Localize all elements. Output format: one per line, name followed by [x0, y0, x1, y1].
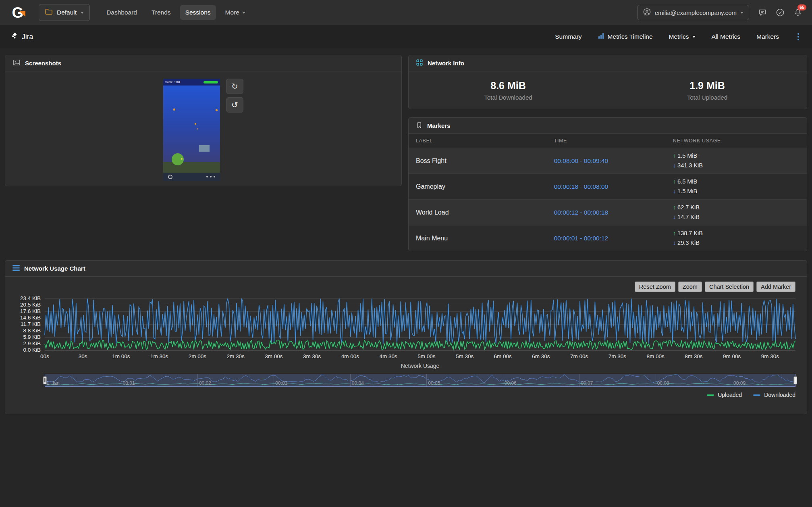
rotate-screenshot-button[interactable]: ↺	[226, 97, 243, 113]
top-row: Screenshots Score: 1184	[5, 55, 807, 251]
notifications-bell-button[interactable]: 65	[793, 8, 802, 17]
game-ground	[163, 162, 220, 173]
image-icon	[12, 58, 21, 68]
y-tick-label: 23.4 KiB	[20, 295, 41, 301]
column-network-usage: NETWORK USAGE	[673, 138, 800, 144]
y-tick-label: 11.7 KiB	[21, 321, 41, 327]
column-label: LABEL	[416, 138, 554, 144]
screenshots-panel: Screenshots Score: 1184	[5, 55, 402, 186]
navigator-right-handle[interactable]	[793, 376, 797, 384]
chevron-down-icon	[740, 12, 743, 14]
x-tick-label: 4m 30s	[379, 353, 397, 359]
nav-item-dashboard[interactable]: Dashboard	[101, 5, 142, 20]
marker-time-link[interactable]: 00:00:12 - 00:00:18	[554, 209, 673, 216]
y-tick-label: 0.0 KiB	[23, 347, 41, 353]
game-screenshot-thumbnail[interactable]: Score: 1184	[163, 79, 220, 181]
x-tick-label: 7m 00s	[570, 353, 588, 359]
nav-item-sessions[interactable]: Sessions	[180, 5, 216, 20]
x-tick-label: 8m 00s	[647, 353, 665, 359]
session-link-metrics-dropdown[interactable]: Metrics	[669, 33, 696, 40]
session-link-metrics-timeline[interactable]: Metrics Timeline	[598, 33, 653, 41]
session-link-all-metrics[interactable]: All Metrics	[712, 33, 740, 40]
x-tick-label: 3m 00s	[265, 353, 282, 359]
refresh-screenshot-button[interactable]: ↻	[226, 79, 243, 94]
marker-down-value: 341.3 KiB	[677, 162, 703, 169]
chevron-down-icon	[692, 36, 696, 38]
markers-panel: Markers LABEL TIME NETWORK USAGE Boss Fi…	[408, 117, 807, 251]
status-check-button[interactable]	[776, 8, 785, 17]
x-axis-title: Network Usage	[45, 363, 795, 369]
org-selector-label: Default	[57, 9, 77, 16]
feedback-chat-button[interactable]	[758, 8, 767, 17]
game-score-text: Score: 1184	[165, 81, 180, 83]
org-selector-dropdown[interactable]: Default	[39, 4, 90, 21]
x-tick-label: 5m 00s	[417, 353, 435, 359]
navigator-left-handle[interactable]	[43, 376, 47, 384]
chart-navigator[interactable]: 1. Jan00:0100:0200:0300:0400:0500:0600:0…	[45, 374, 795, 387]
x-tick-label: 6m 00s	[494, 353, 512, 359]
legend-item-downloaded[interactable]: Downloaded	[753, 392, 795, 398]
bar-chart-icon	[598, 33, 604, 41]
navigator-selection-overlay[interactable]	[45, 374, 795, 387]
session-link-summary[interactable]: Summary	[555, 33, 581, 40]
zoom-button[interactable]: Zoom	[678, 282, 702, 292]
chart-selection-button[interactable]: Chart Selection	[705, 282, 754, 292]
user-email: emilia@examplecompany.com	[655, 9, 737, 16]
marker-up-value: 6.5 MiB	[677, 178, 697, 185]
marker-label: Main Menu	[416, 235, 554, 242]
game-coin-dot	[173, 108, 175, 111]
table-row[interactable]: World Load 00:00:12 - 00:00:18 ↑62.7 KiB…	[409, 199, 807, 225]
kebab-menu-icon[interactable]	[795, 32, 802, 41]
nav-item-trends[interactable]: Trends	[146, 5, 176, 20]
table-row[interactable]: Main Menu 00:00:01 - 00:00:12 ↑138.7 KiB…	[409, 225, 807, 251]
session-link-metrics-timeline-label: Metrics Timeline	[608, 33, 653, 40]
up-arrow-icon: ↑	[673, 204, 676, 211]
navigator-time-label: 00:05	[426, 380, 440, 386]
refresh-icon: ↻	[231, 81, 238, 91]
x-tick-label: 1m 30s	[150, 353, 168, 359]
reset-zoom-button[interactable]: Reset Zoom	[635, 282, 675, 292]
main-content: Screenshots Score: 1184	[0, 48, 812, 414]
folder-icon	[45, 8, 53, 17]
navigator-time-label: 00:09	[732, 380, 746, 386]
game-bottom-bar	[163, 173, 220, 181]
session-link-markers[interactable]: Markers	[756, 33, 779, 40]
y-tick-label: 8.8 KiB	[23, 328, 41, 334]
legend-item-uploaded[interactable]: Uploaded	[707, 392, 742, 398]
marker-time-link[interactable]: 00:00:01 - 00:00:12	[554, 235, 673, 242]
game-progress-bar	[204, 81, 218, 83]
navigator-time-label: 00:03	[274, 380, 287, 386]
nav-item-more[interactable]: More	[220, 5, 251, 20]
column-time: TIME	[554, 138, 673, 144]
table-row[interactable]: Boss Fight 00:08:00 - 00:09:40 ↑1.5 MiB …	[409, 148, 807, 173]
marker-time-link[interactable]: 00:00:18 - 00:08:00	[554, 183, 673, 190]
up-arrow-icon: ↑	[673, 178, 676, 185]
network-info-panel: Network Info 8.6 MiB Total Downloaded 1.…	[408, 55, 807, 109]
network-usage-chart-svg[interactable]	[45, 298, 795, 350]
y-axis-labels: 23.4 KiB20.5 KiB17.6 KiB14.6 KiB11.7 KiB…	[11, 298, 45, 350]
navigator-time-label: 00:02	[197, 380, 211, 386]
user-avatar-icon	[643, 8, 651, 17]
down-arrow-icon: ↓	[673, 240, 676, 246]
marker-time-link[interactable]: 00:08:00 - 00:09:40	[554, 157, 673, 165]
add-marker-button[interactable]: Add Marker	[756, 282, 795, 292]
network-info-header: Network Info	[409, 55, 807, 71]
x-tick-label: 6m 30s	[532, 353, 550, 359]
navigator-time-label: 00:01	[121, 380, 135, 386]
user-account-dropdown[interactable]: emilia@examplecompany.com	[637, 5, 749, 20]
table-row[interactable]: Gameplay 00:00:18 - 00:08:00 ↑6.5 MiB ↓1…	[409, 173, 807, 199]
x-tick-label: 5m 30s	[456, 353, 473, 359]
screenshots-panel-title: Screenshots	[25, 60, 61, 67]
up-arrow-icon: ↑	[673, 230, 676, 236]
screenshots-body: Score: 1184	[5, 71, 401, 186]
y-tick-label: 20.5 KiB	[20, 302, 41, 308]
gamebench-logo[interactable]: G	[10, 4, 26, 21]
top-bar-right: emilia@examplecompany.com 65	[637, 5, 802, 20]
marker-network-usage: ↑1.5 MiB ↓341.3 KiB	[673, 151, 800, 170]
chevron-down-icon	[242, 12, 245, 14]
total-downloaded-value: 8.6 MiB	[409, 80, 608, 92]
grid-squares-icon	[416, 59, 423, 67]
x-tick-label: 8m 30s	[685, 353, 702, 359]
navigator-time-label: 00:04	[350, 380, 364, 386]
plot-area[interactable]	[45, 298, 795, 350]
